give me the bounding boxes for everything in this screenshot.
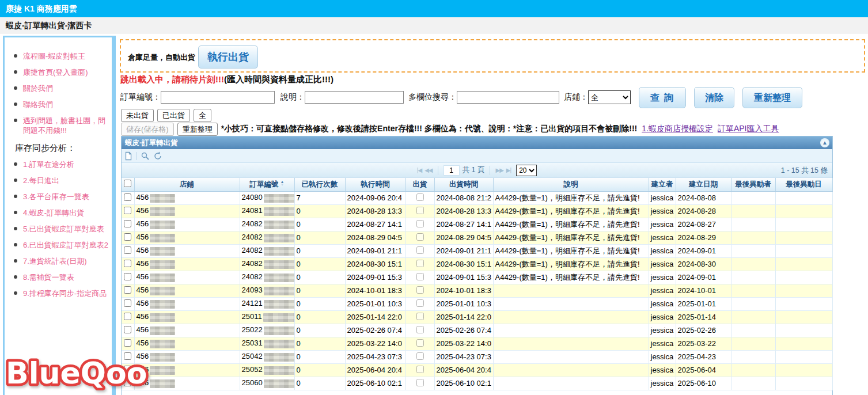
col-store[interactable]: 店鋪 xyxy=(134,178,240,191)
order-no-cell[interactable]: 24082 xyxy=(240,231,294,244)
store-cell[interactable]: 456 xyxy=(134,363,240,377)
creator-cell[interactable]: jessica xyxy=(649,231,676,244)
shipped-checkbox[interactable] xyxy=(416,193,424,201)
creator-cell[interactable]: jessica xyxy=(649,284,676,297)
last-edit-date-cell[interactable] xyxy=(775,324,832,337)
exec-time-cell[interactable]: 2025-03-22 14:0 xyxy=(345,337,405,350)
ship-time-cell[interactable]: 2024-08-28 13:3 xyxy=(434,204,493,218)
shipped-checkbox[interactable] xyxy=(416,207,424,214)
sidebar-item-analysis-9[interactable]: 9.排程庫存同步-指定商品 xyxy=(13,288,109,305)
exec-count-cell[interactable]: 0 xyxy=(294,363,345,377)
created-date-cell[interactable]: 2025-01-01 xyxy=(676,297,731,310)
description-cell[interactable] xyxy=(493,350,649,363)
sidebar-item-contact[interactable]: 聯絡我們 xyxy=(13,100,109,116)
desc-input[interactable] xyxy=(305,91,404,104)
last-editor-cell[interactable] xyxy=(731,377,775,390)
exec-count-cell[interactable]: 0 xyxy=(294,337,345,350)
creator-cell[interactable]: jessica xyxy=(649,271,676,284)
select-all-header[interactable] xyxy=(122,178,134,191)
next-page-icon[interactable]: ▶▶ xyxy=(495,167,503,173)
creator-cell[interactable]: jessica xyxy=(649,297,676,310)
shipped-checkbox[interactable] xyxy=(416,220,424,227)
last-edit-date-cell[interactable] xyxy=(775,350,832,363)
row-select-checkbox[interactable] xyxy=(124,260,131,267)
last-edit-date-cell[interactable] xyxy=(775,191,832,204)
store-cell[interactable]: 456 xyxy=(134,310,240,324)
exec-time-cell[interactable]: 2025-06-10 02:1 xyxy=(345,377,405,390)
created-date-cell[interactable]: 2025-01-14 xyxy=(676,310,731,324)
ship-time-cell[interactable]: 2024-09-01 21:1 xyxy=(434,244,493,257)
exec-time-cell[interactable]: 2025-04-23 07:3 xyxy=(345,350,405,363)
row-select-checkbox[interactable] xyxy=(124,286,131,294)
row-select-checkbox[interactable] xyxy=(124,207,131,214)
last-edit-date-cell[interactable] xyxy=(775,284,832,297)
first-page-icon[interactable]: |◀ xyxy=(417,167,422,173)
creator-cell[interactable]: jessica xyxy=(649,191,676,204)
exec-count-cell[interactable]: 0 xyxy=(294,284,345,297)
shipped-checkbox[interactable] xyxy=(416,366,424,373)
exec-time-cell[interactable]: 2024-08-29 04:5 xyxy=(345,231,405,244)
col-last-edit-date[interactable]: 最後異動日 xyxy=(775,178,832,191)
creator-cell[interactable]: jessica xyxy=(649,257,676,271)
sidebar-item-analysis-6[interactable]: 6.已出貨蝦皮訂單對應表2 xyxy=(13,240,109,256)
shipped-checkbox[interactable] xyxy=(416,233,424,241)
last-page-icon[interactable]: ▶| xyxy=(506,167,511,173)
not-shipped-button[interactable]: 未出貨 xyxy=(121,109,154,122)
store-cell[interactable]: 456 xyxy=(134,244,240,257)
order-no-cell[interactable]: 25060 xyxy=(240,377,294,390)
created-date-cell[interactable]: 2024-08-08 xyxy=(676,191,731,204)
search-icon[interactable] xyxy=(141,151,150,161)
description-cell[interactable] xyxy=(493,297,649,310)
shipped-checkbox[interactable] xyxy=(416,326,424,333)
creator-cell[interactable]: jessica xyxy=(649,377,676,390)
last-editor-cell[interactable] xyxy=(731,324,775,337)
shipped-checkbox[interactable] xyxy=(416,313,424,320)
last-editor-cell[interactable] xyxy=(731,363,775,377)
created-date-cell[interactable]: 2025-04-23 xyxy=(676,350,731,363)
last-editor-cell[interactable] xyxy=(731,244,775,257)
creator-cell[interactable]: jessica xyxy=(649,204,676,218)
col-exec-time[interactable]: 執行時間 xyxy=(345,178,405,191)
prev-page-icon[interactable]: ◀◀ xyxy=(424,167,432,173)
exec-time-cell[interactable]: 2025-02-26 07:4 xyxy=(345,324,405,337)
store-select[interactable]: 全 xyxy=(588,90,631,104)
sidebar-item-analysis-7[interactable]: 7.進貨統計表(日期) xyxy=(13,256,109,272)
creator-cell[interactable]: jessica xyxy=(649,337,676,350)
col-description[interactable]: 說明 xyxy=(493,178,649,191)
order-no-cell[interactable]: 24080 xyxy=(240,191,294,204)
exec-count-cell[interactable]: 0 xyxy=(294,204,345,218)
col-ship-time[interactable]: 出貨時間 xyxy=(434,178,493,191)
multi-search-input[interactable] xyxy=(457,91,559,104)
col-exec-count[interactable]: 已執行次數 xyxy=(294,178,345,191)
store-cell[interactable]: 456 xyxy=(134,191,240,204)
execute-ship-button[interactable]: 執行出貨 xyxy=(198,45,258,69)
shipped-checkbox[interactable] xyxy=(416,260,424,267)
last-editor-cell[interactable] xyxy=(731,231,775,244)
last-editor-cell[interactable] xyxy=(731,271,775,284)
order-no-cell[interactable]: 25031 xyxy=(240,337,294,350)
created-date-cell[interactable]: 2024-08-30 xyxy=(676,257,731,271)
last-editor-cell[interactable] xyxy=(731,350,775,363)
store-cell[interactable]: 456 xyxy=(134,284,240,297)
order-no-cell[interactable]: 24082 xyxy=(240,271,294,284)
created-date-cell[interactable]: 2024-08-29 xyxy=(676,231,731,244)
last-edit-date-cell[interactable] xyxy=(775,310,832,324)
description-cell[interactable] xyxy=(493,363,649,377)
store-cell[interactable]: 456 xyxy=(134,231,240,244)
description-cell[interactable]: A4429-(數量=1)，明細庫存不足，請先進貨! xyxy=(493,191,649,204)
exec-count-cell[interactable]: 0 xyxy=(294,350,345,363)
store-cell[interactable]: 456 xyxy=(134,218,240,231)
description-cell[interactable]: A4429-(數量=1)，明細庫存不足，請先進貨! xyxy=(493,231,649,244)
ship-time-cell[interactable]: 2025-02-26 07:4 xyxy=(434,324,493,337)
created-date-cell[interactable]: 2025-03-22 xyxy=(676,337,731,350)
creator-cell[interactable]: jessica xyxy=(649,324,676,337)
new-record-icon[interactable] xyxy=(124,151,133,161)
store-cell[interactable]: 456 xyxy=(134,257,240,271)
description-cell[interactable]: A4429-(數量=1)，明細庫存不足，請先進貨! xyxy=(493,218,649,231)
col-shipped[interactable]: 出貨 xyxy=(405,178,434,191)
order-no-cell[interactable]: 25022 xyxy=(240,324,294,337)
creator-cell[interactable]: jessica xyxy=(649,218,676,231)
row-select-checkbox[interactable] xyxy=(124,352,131,360)
shipped-checkbox[interactable] xyxy=(416,352,424,360)
store-cell[interactable]: 456 xyxy=(134,271,240,284)
